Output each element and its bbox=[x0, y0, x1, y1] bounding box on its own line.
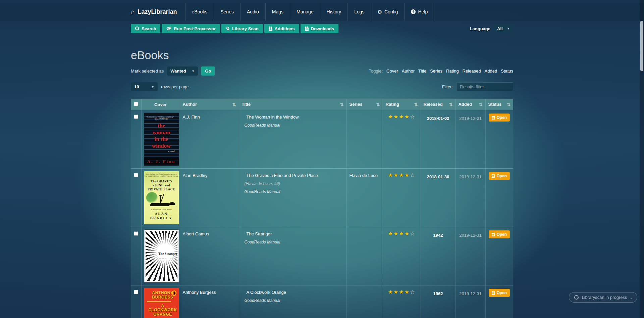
cover-title-line: woman bbox=[144, 129, 179, 136]
title-link[interactable]: The Stranger bbox=[247, 231, 344, 236]
actions-row: Search ⚙⚙ Run Post-Processor ↯ Library S… bbox=[131, 24, 513, 33]
sort-icon[interactable]: ⇅ bbox=[507, 102, 511, 107]
header-title[interactable]: Title⇅ bbox=[239, 99, 346, 110]
book-cover[interactable]: ANTHONY BURGESS A CLOCKWORK ORANGE bbox=[144, 288, 179, 318]
penguin-logo-icon bbox=[172, 290, 176, 296]
book-cover[interactable]: The Stranger ALBERT CAMUS bbox=[144, 230, 179, 282]
nav-item-ebooks[interactable]: eBooks bbox=[185, 3, 214, 21]
header-status[interactable]: Status⇅ bbox=[485, 99, 513, 110]
series-link[interactable] bbox=[350, 113, 380, 115]
header-added[interactable]: Added⇅ bbox=[455, 99, 485, 110]
cover-title-line: The Stranger bbox=[157, 252, 178, 256]
author-link[interactable]: Albert Camus bbox=[183, 230, 236, 236]
go-button[interactable]: Go bbox=[201, 66, 215, 76]
page-title: eBooks bbox=[131, 49, 513, 62]
sort-icon[interactable]: ⇅ bbox=[340, 102, 344, 107]
header-cover[interactable]: Cover bbox=[141, 99, 180, 110]
nav-label: Manage bbox=[297, 9, 314, 14]
header-released-label: Released bbox=[424, 102, 443, 107]
library-scan-button[interactable]: ↯ Library Scan bbox=[221, 24, 263, 33]
toggle-cover[interactable]: Cover bbox=[386, 69, 398, 74]
book-cover[interactable]: From the New York Times bestselling auth… bbox=[144, 171, 179, 224]
brand-home-link[interactable]: ⌂ LazyLibrarian bbox=[131, 3, 185, 21]
toggle-bar: Toggle: Cover Author Title Series Rating… bbox=[369, 69, 513, 74]
header-series[interactable]: Series⇅ bbox=[346, 99, 383, 110]
table-row: From the New York Times bestselling auth… bbox=[131, 169, 513, 227]
toggle-author[interactable]: Author bbox=[402, 69, 415, 74]
row-checkbox[interactable] bbox=[134, 115, 138, 119]
book-icon bbox=[492, 116, 495, 120]
select-all-checkbox[interactable] bbox=[134, 102, 138, 106]
sort-icon[interactable]: ⇅ bbox=[232, 102, 236, 107]
header-rating-label: Rating bbox=[386, 102, 399, 107]
nav-label: Series bbox=[220, 9, 234, 14]
header-author[interactable]: Author⇅ bbox=[180, 99, 239, 110]
nav-item-help[interactable]: ? Help bbox=[404, 3, 434, 21]
title-link[interactable]: The Graves a Fine and Private Place bbox=[247, 173, 344, 178]
toggle-status[interactable]: Status bbox=[501, 69, 513, 74]
header-released[interactable]: Released⇅ bbox=[421, 99, 455, 110]
nav-item-manage[interactable]: Manage bbox=[290, 3, 320, 21]
title-link[interactable]: The Woman in the Window bbox=[247, 115, 344, 120]
nav-item-series[interactable]: Series bbox=[214, 3, 240, 21]
additions-button[interactable]: Additions bbox=[264, 24, 299, 33]
results-filter-input[interactable] bbox=[456, 82, 513, 91]
title-link[interactable]: A Clockwork Orange bbox=[247, 290, 344, 295]
released-date: 1942 bbox=[424, 230, 453, 238]
downloads-label: Downloads bbox=[311, 26, 334, 31]
search-button[interactable]: Search bbox=[131, 24, 160, 33]
top-navbar: ⌂ LazyLibrarian eBooks Series Audio Mags… bbox=[0, 3, 644, 21]
toggle-released[interactable]: Released bbox=[463, 69, 481, 74]
sort-icon[interactable]: ⇅ bbox=[479, 102, 483, 107]
libraryscan-toast: Libraryscan in progress ... bbox=[569, 292, 637, 303]
open-button[interactable]: Open bbox=[489, 289, 510, 297]
row-checkbox[interactable] bbox=[134, 173, 138, 177]
page-size-select[interactable]: 10 ▼ bbox=[131, 82, 158, 91]
nav-item-config[interactable]: ⚙ Config bbox=[371, 3, 404, 21]
nav-item-logs[interactable]: Logs bbox=[347, 3, 371, 21]
author-link[interactable]: Alan Bradley bbox=[183, 171, 236, 178]
toggle-series[interactable]: Series bbox=[430, 69, 442, 74]
open-button[interactable]: Open bbox=[489, 172, 510, 180]
language-select[interactable]: All ▼ bbox=[494, 24, 513, 33]
mark-row: Mark selected as Wanted ▼ Go Toggle: Cov… bbox=[131, 66, 513, 76]
sort-icon[interactable]: ⇅ bbox=[449, 102, 453, 107]
gear-icon: ⚙ bbox=[377, 9, 382, 14]
rating-stars: ★★★★☆ bbox=[388, 113, 416, 120]
downloads-button[interactable]: Downloads bbox=[301, 24, 338, 33]
nav-label: Help bbox=[418, 9, 428, 14]
book-icon bbox=[492, 174, 495, 178]
scrollbar[interactable] bbox=[640, 0, 644, 318]
nav-item-audio[interactable]: Audio bbox=[240, 3, 265, 21]
open-button[interactable]: Open bbox=[489, 230, 510, 238]
cover-title-line: A CLOCKWORK bbox=[147, 304, 179, 312]
toggle-added[interactable]: Added bbox=[485, 69, 497, 74]
cover-title-line: in the bbox=[144, 136, 179, 143]
series-link[interactable] bbox=[350, 230, 380, 231]
book-source: GoodReads Manual bbox=[245, 189, 344, 194]
status-label: Open bbox=[496, 115, 507, 120]
cover-title-line: the bbox=[144, 123, 179, 129]
nav-item-history[interactable]: History bbox=[320, 3, 348, 21]
series-link[interactable] bbox=[350, 288, 380, 290]
open-button[interactable]: Open bbox=[489, 113, 510, 122]
series-link[interactable]: Flavia de Luce bbox=[350, 171, 380, 178]
sort-icon[interactable]: ⇅ bbox=[376, 102, 380, 107]
scrollbar-thumb[interactable] bbox=[640, 21, 643, 71]
author-link[interactable]: A.J. Finn bbox=[183, 113, 236, 120]
header-rating[interactable]: Rating⇅ bbox=[383, 99, 421, 110]
author-link[interactable]: Anthony Burgess bbox=[183, 288, 236, 295]
mark-status-select[interactable]: Wanted ▼ bbox=[167, 66, 198, 76]
sort-icon[interactable]: ⇅ bbox=[414, 102, 418, 107]
toggle-title[interactable]: Title bbox=[418, 69, 426, 74]
language-box: Language All ▼ bbox=[470, 24, 513, 33]
book-icon bbox=[492, 233, 495, 236]
nav-item-mags[interactable]: Mags bbox=[265, 3, 290, 21]
header-title-label: Title bbox=[242, 102, 251, 107]
toggle-rating[interactable]: Rating bbox=[446, 69, 459, 74]
cover-author: A. J. Finn bbox=[144, 157, 179, 166]
book-cover[interactable]: "Astounding. Thrilling. Amazing." —GILLI… bbox=[144, 113, 179, 166]
run-post-processor-button[interactable]: ⚙⚙ Run Post-Processor bbox=[162, 24, 220, 33]
row-checkbox[interactable] bbox=[134, 290, 138, 294]
row-checkbox[interactable] bbox=[134, 231, 138, 236]
